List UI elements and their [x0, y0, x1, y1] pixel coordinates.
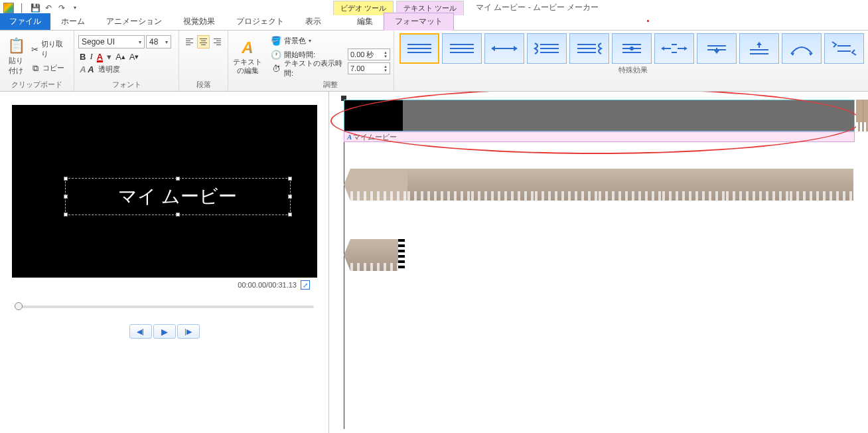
- effect-fly-left[interactable]: [527, 33, 567, 64]
- grow-font-button[interactable]: A▴: [115, 52, 125, 62]
- font-size-select[interactable]: 48▾: [146, 35, 171, 48]
- duration-icon: ⏱: [271, 64, 281, 74]
- transparency-button[interactable]: A A 透明度: [78, 64, 171, 74]
- group-clipboard: 📋 貼り 付け ✂ 切り取り ⧉ コピー クリップボード: [0, 31, 74, 91]
- clip-thumbnail-next[interactable]: [856, 100, 868, 131]
- clip-thumbnail: [726, 169, 790, 201]
- tab-file[interactable]: ファイル: [0, 13, 50, 30]
- shrink-font-button[interactable]: A▾: [129, 52, 139, 62]
- font-name-select[interactable]: Segoe UI▾: [78, 35, 145, 48]
- duration-input[interactable]: 7.00 ▲▼: [348, 62, 390, 74]
- qat-separator: │: [16, 2, 28, 14]
- next-frame-button[interactable]: |▶: [177, 324, 200, 339]
- paste-button[interactable]: 📋 貼り 付け: [4, 33, 28, 80]
- svg-point-15: [630, 46, 634, 50]
- effect-fly-up[interactable]: [739, 33, 779, 64]
- group-paragraph: 段落: [179, 31, 228, 91]
- chevron-down-icon: ▾: [165, 39, 168, 45]
- timeline-clip-short[interactable]: [344, 239, 405, 271]
- start-time-input[interactable]: 0.00 秒 ▲▼: [348, 48, 390, 60]
- resize-handle[interactable]: [288, 177, 292, 181]
- align-left-button[interactable]: [183, 35, 196, 48]
- clip-thumbnail: [403, 100, 854, 131]
- align-center-button[interactable]: [197, 35, 210, 48]
- effect-fly-horizontal[interactable]: [484, 33, 524, 64]
- clip-thumbnail: [407, 169, 471, 201]
- group-label-adjust: 調整: [271, 80, 390, 91]
- tab-project[interactable]: プロジェクト: [226, 13, 295, 30]
- resize-handle[interactable]: [64, 213, 68, 217]
- edit-text-button[interactable]: A テキスト の編集: [232, 39, 263, 75]
- transparency-icon2: A: [86, 65, 96, 74]
- tab-format[interactable]: フォーマット: [384, 13, 454, 31]
- tab-home[interactable]: ホーム: [50, 13, 96, 30]
- group-label-textedit: [232, 82, 263, 91]
- effect-spin[interactable]: [824, 33, 864, 64]
- timeline-clip-video[interactable]: [344, 169, 855, 201]
- undo-icon[interactable]: ↶: [42, 2, 54, 14]
- effect-stretch-h[interactable]: [654, 33, 694, 64]
- font-color-button[interactable]: A: [97, 52, 103, 62]
- clip-text-track[interactable]: A マイムービー: [344, 131, 855, 142]
- tab-visual-effects[interactable]: 視覚効果: [173, 13, 226, 30]
- preview-pane: マイ ムービー 00:00.00/00:31.13 ⤢ ◀| ▶ |▶: [0, 92, 328, 433]
- playback-controls: ◀| ▶ |▶: [7, 324, 322, 339]
- clip-thumbnail: [344, 169, 407, 201]
- timeline-clip-title[interactable]: A マイムービー: [344, 100, 855, 142]
- clip-video-track[interactable]: [344, 100, 855, 131]
- chevron-down-icon: ▾: [309, 38, 311, 44]
- effect-scroll[interactable]: [442, 33, 482, 64]
- resize-handle[interactable]: [288, 195, 292, 199]
- clip-thumbnail: [790, 169, 853, 201]
- ribbon: 📋 貼り 付け ✂ 切り取り ⧉ コピー クリップボード Se: [0, 31, 868, 92]
- playhead[interactable]: [344, 97, 344, 429]
- italic-button[interactable]: I: [90, 51, 92, 62]
- seek-thumb[interactable]: [15, 302, 23, 310]
- paint-bucket-icon: 🪣: [271, 36, 281, 46]
- bgcolor-button[interactable]: 🪣 背景色 ▾: [271, 34, 390, 47]
- qat-customize-icon[interactable]: ▾: [69, 2, 81, 14]
- effect-fly-down[interactable]: [697, 33, 737, 64]
- save-icon[interactable]: 💾: [29, 2, 41, 14]
- effect-zoom[interactable]: [612, 33, 652, 64]
- quick-access-toolbar: │ 💾 ↶ ↷ ▾: [0, 2, 81, 14]
- title-text-box[interactable]: マイ ムービー: [65, 178, 291, 215]
- effect-fly-right[interactable]: [569, 33, 609, 64]
- ribbon-tabs: ファイル ホーム アニメーション 視覚効果 プロジェクト 表示 編集 フォーマッ…: [0, 16, 868, 31]
- copy-button[interactable]: ⧉ コピー: [28, 62, 70, 74]
- effect-swing[interactable]: [782, 33, 822, 64]
- group-font: Segoe UI▾ 48▾ B I A ▾ A▴ A▾ A A: [74, 31, 179, 91]
- copy-icon: ⧉: [31, 64, 40, 73]
- tab-animation[interactable]: アニメーション: [96, 13, 173, 30]
- preview-canvas[interactable]: マイ ムービー: [12, 105, 317, 278]
- workspace: マイ ムービー 00:00.00/00:31.13 ⤢ ◀| ▶ |▶: [0, 92, 868, 433]
- effects-gallery[interactable]: [399, 33, 867, 64]
- app-logo: [3, 2, 15, 14]
- group-label-effects: 特殊効果: [399, 64, 867, 76]
- redo-icon[interactable]: ↷: [56, 2, 68, 14]
- seek-bar[interactable]: [15, 305, 314, 308]
- effect-none[interactable]: [399, 33, 439, 64]
- fullscreen-icon[interactable]: ⤢: [301, 280, 310, 290]
- resize-handle[interactable]: [288, 213, 292, 217]
- resize-handle[interactable]: [176, 213, 180, 217]
- tab-edit[interactable]: 編集: [346, 13, 384, 30]
- group-textedit: A テキスト の編集: [228, 31, 267, 91]
- tab-view[interactable]: 表示: [295, 13, 332, 30]
- duration-label: テキストの表示時間:: [284, 58, 345, 78]
- chevron-down-icon[interactable]: ▾: [107, 52, 111, 62]
- bold-button[interactable]: B: [80, 52, 86, 62]
- title-text: マイ ムービー: [118, 184, 238, 209]
- prev-frame-button[interactable]: ◀|: [129, 324, 152, 339]
- resize-handle[interactable]: [64, 195, 68, 199]
- resize-handle[interactable]: [64, 177, 68, 181]
- window-title: マイ ムービー - ムービー メーカー: [476, 2, 599, 13]
- resize-handle[interactable]: [176, 177, 180, 181]
- annotation-dot: [647, 20, 649, 22]
- text-track-icon: A: [347, 133, 352, 141]
- clip-thumbnail: [344, 100, 403, 131]
- clip-thumbnail: [662, 169, 726, 201]
- play-button[interactable]: ▶: [153, 324, 176, 339]
- cut-button[interactable]: ✂ 切り取り: [28, 38, 70, 60]
- align-right-button[interactable]: [211, 35, 224, 48]
